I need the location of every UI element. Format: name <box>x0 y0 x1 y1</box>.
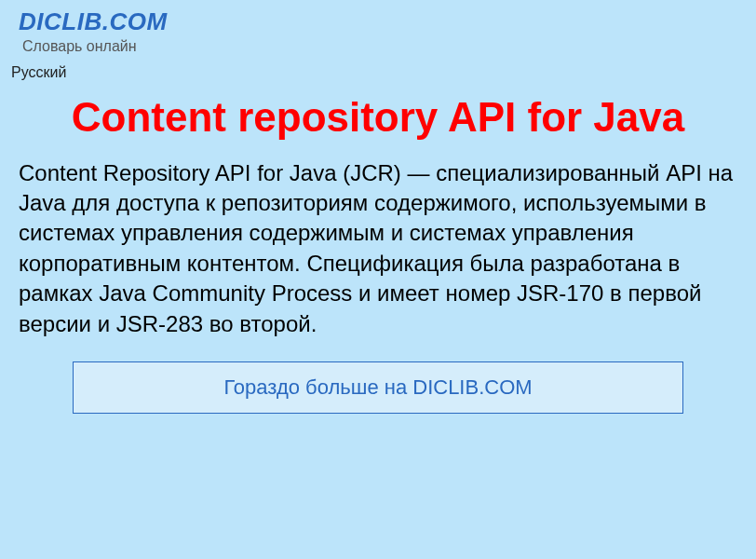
site-title[interactable]: DICLIB.COM <box>19 7 737 36</box>
more-box[interactable]: Гораздо больше на DICLIB.COM <box>73 361 683 414</box>
more-link[interactable]: Гораздо больше на DICLIB.COM <box>223 375 532 399</box>
main-content: Content repository API for Java Content … <box>0 94 756 414</box>
article-body: Content Repository API for Java (JCR) — … <box>19 158 737 339</box>
site-header: DICLIB.COM Словарь онлайн <box>0 0 756 59</box>
article-title: Content repository API for Java <box>17 94 739 142</box>
site-tagline: Словарь онлайн <box>22 38 737 55</box>
language-selector[interactable]: Русский <box>0 59 756 89</box>
language-label: Русский <box>11 64 66 80</box>
